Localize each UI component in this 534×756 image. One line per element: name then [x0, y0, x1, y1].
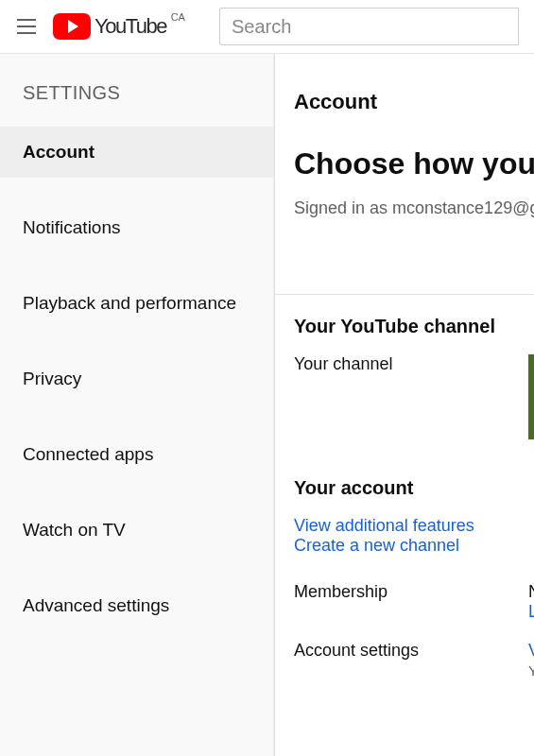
- your-channel-label: Your channel: [294, 354, 528, 374]
- sidebar-item-label: Advanced settings: [23, 595, 169, 615]
- section-youtube-channel: Your YouTube channel Your channel: [275, 295, 534, 439]
- sidebar-item-privacy[interactable]: Privacy: [0, 353, 273, 404]
- sidebar-item-label: Watch on TV: [23, 520, 126, 540]
- youtube-logo[interactable]: YouTube CA: [53, 13, 166, 40]
- masthead: YouTube CA: [0, 0, 534, 53]
- sidebar-item-playback[interactable]: Playback and performance: [0, 278, 273, 329]
- section-title-account: Your account: [294, 477, 534, 499]
- sidebar-item-label: Privacy: [23, 369, 81, 388]
- sidebar-title: SETTINGS: [0, 73, 273, 127]
- signed-in-text: Signed in as mconstance129@gr: [294, 198, 534, 218]
- row-membership: Membership N L: [294, 582, 534, 622]
- sidebar-item-connected-apps[interactable]: Connected apps: [0, 429, 273, 480]
- channel-avatar[interactable]: [528, 354, 534, 439]
- row-account-settings: Account settings V Y: [294, 641, 534, 680]
- membership-value-line1: N: [528, 582, 534, 601]
- section-your-account: Your account View additional features Cr…: [275, 439, 534, 680]
- sidebar-item-label: Connected apps: [23, 444, 153, 464]
- youtube-logo-icon: [53, 13, 91, 40]
- membership-link[interactable]: L: [528, 602, 534, 621]
- sidebar-item-advanced[interactable]: Advanced settings: [0, 580, 273, 631]
- search-box[interactable]: [219, 8, 519, 45]
- sidebar-item-account[interactable]: Account: [0, 127, 273, 178]
- main-content: Account Choose how you appear Signed in …: [274, 54, 534, 756]
- sidebar-item-watch-on-tv[interactable]: Watch on TV: [0, 505, 273, 556]
- page-heading: Choose how you appear: [294, 146, 534, 181]
- page-title: Account: [294, 90, 534, 114]
- section-title-channel: Your YouTube channel: [294, 316, 534, 337]
- sidebar-item-label: Notifications: [23, 217, 121, 237]
- youtube-logo-text: YouTube: [95, 14, 166, 39]
- country-code: CA: [171, 11, 185, 23]
- sidebar-item-label: Playback and performance: [23, 293, 236, 313]
- account-settings-label: Account settings: [294, 641, 528, 661]
- link-create-new-channel[interactable]: Create a new channel: [294, 536, 459, 555]
- guide-menu-icon[interactable]: [15, 15, 38, 38]
- account-settings-link[interactable]: V: [528, 641, 534, 660]
- sidebar-item-notifications[interactable]: Notifications: [0, 202, 273, 253]
- account-settings-sub: Y: [528, 662, 534, 679]
- sidebar-item-label: Account: [23, 142, 95, 162]
- membership-label: Membership: [294, 582, 528, 602]
- link-view-additional-features[interactable]: View additional features: [294, 516, 474, 535]
- settings-sidebar: SETTINGS Account Notifications Playback …: [0, 54, 274, 756]
- search-input[interactable]: [232, 16, 507, 38]
